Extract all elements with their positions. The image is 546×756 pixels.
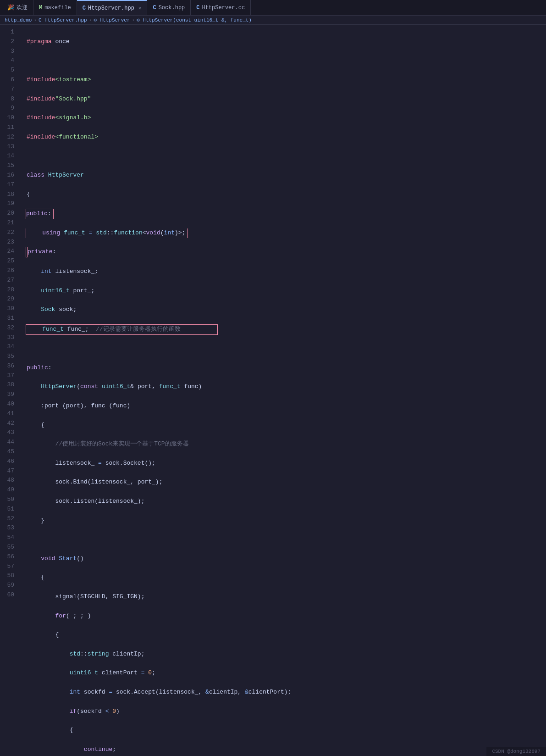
- code-line-3: #include<iostream>: [27, 75, 546, 85]
- code-line-17: [27, 344, 546, 354]
- code-line-36: if(sockfd < 0): [27, 707, 546, 717]
- tab-icon-welcome: 🎉: [7, 4, 14, 11]
- breadcrumb-part-4: ⚙ HttpServer(const uint16_t &, func_t): [137, 17, 252, 23]
- code-line-26: }: [27, 516, 546, 526]
- breadcrumb: http_demo › C HttpServer.hpp › ⚙ HttpSer…: [0, 16, 546, 25]
- tab-close-httpserver-hpp[interactable]: ✕: [138, 5, 142, 11]
- code-editor[interactable]: #pragma once #include<iostream> #include…: [19, 25, 546, 756]
- tab-label-makefile: makefile: [44, 5, 71, 11]
- tab-label-httpserver-hpp: HttpServer.hpp: [88, 5, 134, 11]
- code-line-10: public:: [27, 209, 546, 219]
- code-line-34: uint16_t clientPort = 0;: [27, 668, 546, 678]
- tab-sock-hpp[interactable]: C Sock.hpp: [147, 0, 191, 15]
- code-line-29: {: [27, 573, 546, 583]
- breadcrumb-part-3: ⚙ HttpServer: [94, 17, 130, 23]
- code-line-8: class HttpServer: [27, 171, 546, 180]
- tab-welcome[interactable]: 🎉 欢迎: [2, 0, 33, 15]
- tab-makefile[interactable]: M makefile: [33, 0, 77, 15]
- code-line-15: Sock sock;: [27, 305, 546, 315]
- code-line-31: for( ; ; ): [27, 611, 546, 621]
- code-line-23: listensock_ = sock.Socket();: [27, 459, 546, 468]
- code-line-32: {: [27, 630, 546, 640]
- code-line-18: public:: [27, 363, 546, 373]
- code-line-25: sock.Listen(listensock_);: [27, 497, 546, 506]
- footer-text: CSDN @dong132697: [492, 749, 540, 754]
- code-container: 12345 678910 1112131415 1617181920 21222…: [0, 25, 546, 756]
- code-line-28: void Start(): [27, 554, 546, 564]
- code-line-5: #include<signal.h>: [27, 113, 546, 123]
- code-line-11: using func_t = std::function<void(int)>;: [27, 228, 546, 238]
- code-line-37: {: [27, 726, 546, 735]
- tab-icon-httpserver-hpp: C: [83, 5, 86, 11]
- code-line-13: int listensock_;: [27, 267, 546, 277]
- breadcrumb-part-2: C HttpServer.hpp: [39, 17, 87, 23]
- code-line-2: [27, 56, 546, 66]
- code-line-16: func_t func_; //记录需要让服务器执行的函数: [27, 324, 546, 335]
- tab-icon-makefile: M: [39, 5, 42, 11]
- code-line-20: :port_(port), func_(func): [27, 401, 546, 411]
- code-line-33: std::string clientIp;: [27, 650, 546, 659]
- tab-label-httpserver-cc: HttpServer.cc: [202, 5, 245, 11]
- code-line-6: #include<functional>: [27, 133, 546, 142]
- code-line-30: signal(SIGCHLD, SIG_IGN);: [27, 592, 546, 602]
- tab-label-welcome: 欢迎: [17, 4, 28, 11]
- code-line-35: int sockfd = sock.Accept(listensock_, &c…: [27, 688, 546, 697]
- code-line-1: #pragma once: [27, 37, 546, 47]
- breadcrumb-part-1: http_demo: [5, 17, 32, 23]
- code-line-7: [27, 151, 546, 161]
- tab-label-sock-hpp: Sock.hpp: [159, 5, 185, 11]
- code-line-27: [27, 535, 546, 545]
- tab-httpserver-cc[interactable]: C HttpServer.cc: [191, 0, 251, 15]
- code-line-19: HttpServer(const uint16_t& port, func_t …: [27, 382, 546, 392]
- code-line-21: {: [27, 421, 546, 430]
- code-line-22: //使用封装好的Sock来实现一个基于TCP的服务器: [27, 439, 546, 449]
- line-numbers: 12345 678910 1112131415 1617181920 21222…: [0, 25, 19, 756]
- code-line-24: sock.Bind(listensock_, port_);: [27, 478, 546, 487]
- code-line-14: uint16_t port_;: [27, 286, 546, 296]
- code-line-4: #include"Sock.hpp": [27, 94, 546, 104]
- tab-bar: 🎉 欢迎 M makefile C HttpServer.hpp ✕ C Soc…: [0, 0, 546, 16]
- tab-httpserver-hpp[interactable]: C HttpServer.hpp ✕: [77, 0, 148, 15]
- code-line-12: private:: [27, 247, 546, 257]
- code-line-9: {: [27, 190, 546, 200]
- tab-icon-sock-hpp: C: [153, 5, 156, 11]
- code-line-38: continue;: [27, 745, 546, 755]
- footer: CSDN @dong132697: [486, 747, 546, 756]
- tab-icon-httpserver-cc: C: [196, 5, 199, 11]
